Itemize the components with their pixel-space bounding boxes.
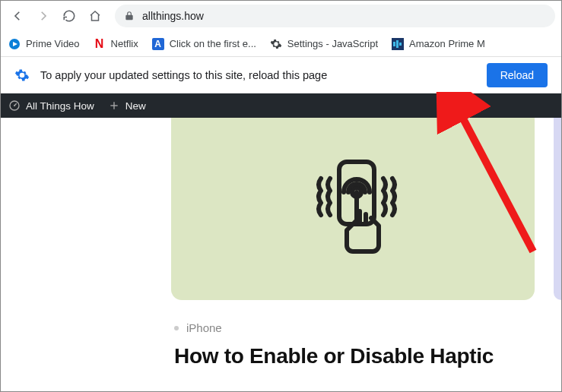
url-text: allthings.how xyxy=(142,10,546,22)
address-bar[interactable]: allthings.how xyxy=(115,5,555,27)
wp-site-link[interactable]: All Things How xyxy=(8,100,94,112)
page-content: iPhone How to Enable or Disable Haptic xyxy=(1,118,561,392)
bullet-icon xyxy=(174,326,179,330)
bookmark-label: Settings - JavaScript xyxy=(287,38,378,49)
bookmark-click-first[interactable]: A Click on the first e... xyxy=(152,38,256,50)
bookmark-amazon-prime[interactable]: Amazon Prime M xyxy=(392,38,485,50)
reload-nav-button[interactable] xyxy=(59,5,80,27)
bookmark-prime-video[interactable]: Prime Video xyxy=(8,38,80,50)
bookmark-label: Prime Video xyxy=(26,38,80,49)
amazon-prime-icon xyxy=(392,38,404,50)
next-card-peek[interactable] xyxy=(554,118,561,300)
prime-video-icon xyxy=(8,38,21,50)
wp-admin-bar: All Things How New xyxy=(1,93,561,118)
back-button[interactable] xyxy=(7,5,28,27)
a-icon: A xyxy=(152,38,164,50)
bookmark-netflix[interactable]: N Netflix xyxy=(94,38,138,50)
forward-button[interactable] xyxy=(33,5,54,27)
haptic-phone-icon xyxy=(292,148,414,270)
bookmark-label: Click on the first e... xyxy=(170,38,256,49)
wp-site-name: All Things How xyxy=(26,100,94,112)
infobar-message: To apply your updated settings to this s… xyxy=(40,69,476,81)
settings-infobar: To apply your updated settings to this s… xyxy=(1,57,561,93)
gear-icon xyxy=(14,68,30,83)
bookmark-label: Netflix xyxy=(111,38,138,49)
article-hero-image[interactable] xyxy=(171,118,535,300)
post-category[interactable]: iPhone xyxy=(186,321,222,334)
lock-icon xyxy=(124,11,135,21)
svg-rect-2 xyxy=(393,42,395,46)
wp-new-link[interactable]: New xyxy=(108,100,146,112)
gear-icon xyxy=(270,38,282,50)
reload-button[interactable]: Reload xyxy=(487,63,548,87)
plus-icon xyxy=(108,100,120,112)
bookmark-label: Amazon Prime M xyxy=(409,38,485,49)
bookmark-settings-js[interactable]: Settings - JavaScript xyxy=(270,38,378,50)
bookmarks-bar: Prime Video N Netflix A Click on the fir… xyxy=(1,31,561,57)
post-title[interactable]: How to Enable or Disable Haptic xyxy=(174,344,494,368)
wp-new-label: New xyxy=(125,100,146,112)
browser-toolbar: allthings.how xyxy=(1,1,561,31)
post-meta: iPhone xyxy=(174,321,222,334)
svg-point-6 xyxy=(14,105,15,106)
dashboard-icon xyxy=(8,100,21,112)
svg-rect-3 xyxy=(396,40,398,48)
svg-rect-4 xyxy=(399,43,402,46)
netflix-icon: N xyxy=(94,38,106,50)
home-button[interactable] xyxy=(84,5,106,27)
